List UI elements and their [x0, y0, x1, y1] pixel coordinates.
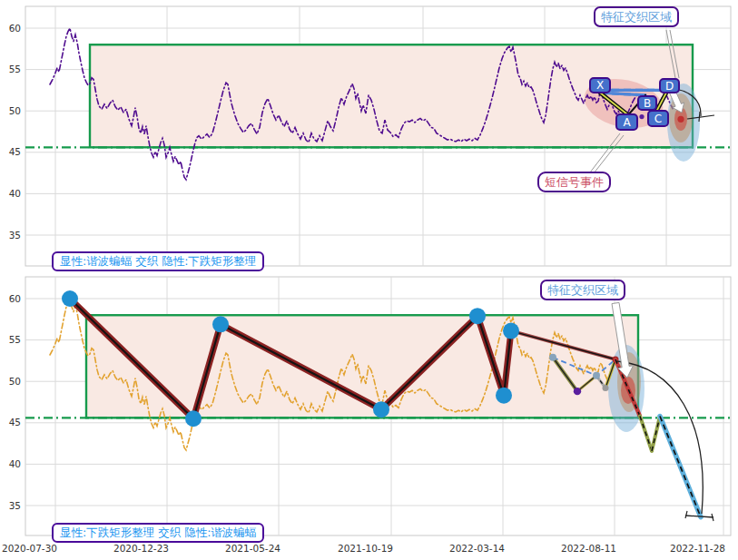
pattern-label-X: X: [589, 77, 611, 93]
mini-pattern-dot-purple: [574, 388, 581, 395]
swing-point-dot: [212, 316, 229, 332]
y-tick-label: 45: [9, 417, 21, 427]
panel1-annotation-interweave: 特征交织区域: [594, 6, 679, 27]
x-tick-label: 2022-08-11: [561, 543, 616, 554]
panel2-legend-label: 显性:下跌矩形整理 交织 隐性:谐波蝙蝠: [52, 523, 264, 543]
swing-point-dot: [469, 308, 486, 324]
y-tick-label: 50: [9, 105, 21, 116]
figure: 6055504540356055504540352020-07-302020-1…: [0, 0, 738, 560]
x-tick-label: 2022-03-14: [449, 543, 505, 554]
swing-point-dot: [373, 401, 389, 418]
pattern-label-D: D: [659, 78, 680, 93]
y-tick-label: 55: [9, 334, 21, 345]
mini-pattern-dot: [593, 372, 600, 379]
chart-canvas: 6055504540356055504540352020-07-302020-1…: [0, 0, 738, 560]
y-tick-label: 40: [9, 458, 21, 469]
swing-point-dot: [185, 410, 202, 427]
mini-pattern-dot: [603, 385, 609, 391]
y-tick-label: 50: [9, 376, 21, 387]
panel1-annotation-short-signal: 短信号事件: [537, 172, 611, 192]
y-tick-label: 60: [9, 293, 21, 304]
x-tick-label: 2021-10-19: [338, 543, 393, 554]
y-tick-label: 35: [9, 230, 21, 241]
swing-point-dot: [503, 323, 519, 339]
x-tick-label: 2022-11-28: [670, 543, 725, 554]
panel2-annotation-interweave: 特征交织区域: [540, 280, 625, 300]
short-signal-dot: [677, 116, 684, 123]
x-tick-label: 2020-07-30: [2, 543, 57, 554]
mini-pattern-dot: [549, 354, 556, 361]
panel1-legend-label: 显性:谐波蝙蝠 交织 隐性:下跌矩形整理: [52, 251, 264, 271]
y-tick-label: 35: [9, 500, 21, 511]
x-tick-label: 2020-12-23: [113, 543, 169, 554]
pattern-label-A: A: [615, 113, 638, 131]
y-tick-label: 60: [9, 23, 21, 34]
mini-purple-dot: [639, 114, 644, 119]
y-tick-label: 40: [9, 188, 21, 199]
y-tick-label: 45: [9, 146, 21, 157]
swing-point-dot: [62, 290, 78, 307]
y-tick-label: 55: [9, 64, 21, 74]
pattern-label-C: C: [647, 110, 669, 127]
swing-point-dot: [496, 388, 512, 404]
x-tick-label: 2021-05-24: [225, 543, 280, 554]
pattern-label-B: B: [637, 95, 657, 111]
